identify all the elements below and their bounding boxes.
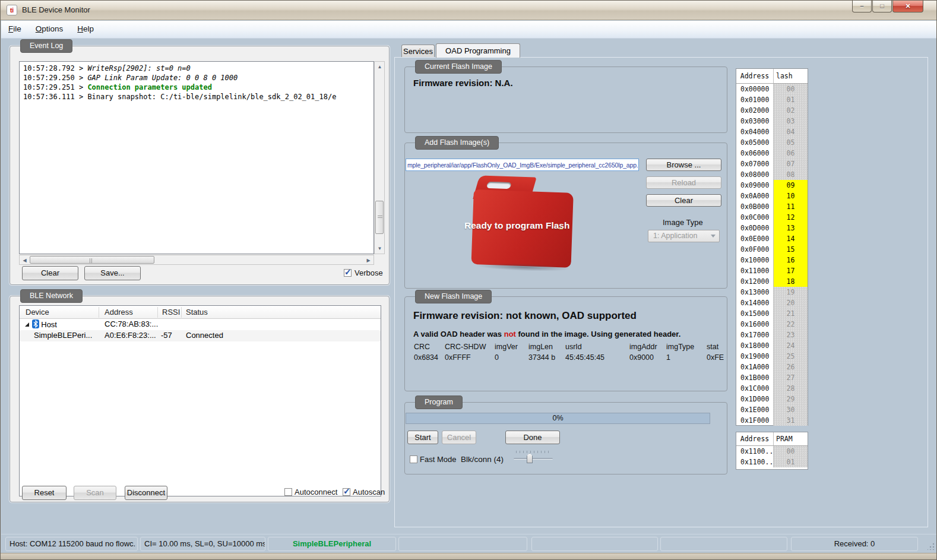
event-log-vscrollbar[interactable]: ▲ ▼ [374,61,385,254]
window-frame-bottom [1,553,937,560]
event-log-hscrollbar[interactable]: ◀ ▶ [19,255,374,265]
field-value-stat: 0xFE [707,353,733,362]
flash-page-row: 0x0900009 [736,180,808,191]
field-value-imgAddr: 0x9000 [629,353,666,362]
flash-clear-button[interactable]: Clear [646,194,721,207]
event-log-view[interactable]: 10:57:28.792 > WriteRsp[2902]: st=0 n=01… [19,61,374,254]
blk-conn-label: Blk/conn (4) [461,455,504,464]
menu-help[interactable]: Help [70,21,101,39]
column-divider[interactable] [157,307,158,318]
page-number: 24 [773,340,808,351]
log-timestamp: 10:57:28.792 [23,64,75,72]
reload-button[interactable]: Reload [646,176,721,189]
autoscan-checkbox[interactable] [343,488,350,496]
slider-thumb[interactable] [527,453,533,463]
hscroll-thumb[interactable] [30,256,154,264]
fast-mode-checkbox[interactable] [410,455,417,463]
device-name: Host [41,320,57,329]
page-address: 0x17000 [736,330,773,340]
page-number: 19 [773,287,808,298]
autoconnect-checkbox[interactable] [284,488,292,496]
column-divider[interactable] [99,307,99,318]
slider-track[interactable] [514,458,553,460]
page-address: 0x09000 [736,180,773,191]
col-address[interactable]: Address [105,308,133,317]
tab-services[interactable]: Services [401,45,435,58]
log-line: 10:57:28.792 > WriteRsp[2902]: st=0 n=0 [23,64,373,73]
log-save-button[interactable]: Save... [84,266,141,280]
cancel-button[interactable]: Cancel [442,431,476,444]
col-status[interactable]: Status [186,308,208,317]
flash-page-row: 0x0400004 [736,126,808,137]
scroll-up-icon[interactable]: ▲ [375,62,384,71]
thumb-grip [90,258,92,263]
field-value-CRC-SHDW: 0xFFFF [445,353,495,362]
vscroll-thumb[interactable] [375,201,384,234]
blk-conn-slider[interactable] [514,451,553,464]
col-device[interactable]: Device [26,308,49,317]
flash-page-row: 0x1E00030 [736,404,808,415]
page-address: 0x08000 [736,169,773,180]
status-empty-1 [398,537,527,551]
reset-button[interactable]: Reset [22,486,67,500]
tab-oad-programming[interactable]: OAD Programming [436,43,520,58]
image-type-dropdown[interactable]: 1: Application [648,230,720,242]
start-button[interactable]: Start [407,431,438,444]
page-number: 06 [773,148,808,159]
field-value-CRC: 0x6834 [414,353,445,362]
minimize-icon: – [860,2,863,10]
page-address: 0x1100... [736,446,773,457]
ble-table-header[interactable]: Device Address RSSI Status [20,306,381,319]
cell-device[interactable]: SimpleBLEPeri... [34,331,92,340]
ble-device-row[interactable]: HostCC:78:AB:83:... [20,319,381,330]
resize-grip[interactable] [927,543,935,550]
verbose-checkbox[interactable] [344,269,352,277]
field-name-imgType: imgType [666,343,707,351]
scroll-right-icon[interactable]: ▶ [364,256,373,265]
flash-page-row: 0x0100001 [736,94,808,105]
flash-image-path-input[interactable] [406,159,639,171]
menu-options[interactable]: Options [29,21,71,39]
column-divider[interactable] [181,307,182,318]
page-address: 0x14000 [736,298,773,308]
cell-device[interactable]: Host [24,319,57,329]
scroll-left-icon[interactable]: ◀ [20,256,29,265]
ble-network-group-label: BLE Network [20,289,83,303]
browse-button[interactable]: Browse ... [646,159,721,171]
tree-expander-icon[interactable] [24,320,30,329]
ble-device-row[interactable]: SimpleBLEPeri...A0:E6:F8:23:...-57Connec… [20,330,381,341]
page-number: 20 [773,298,808,308]
close-button[interactable]: ✕ [892,1,923,12]
log-message: Connection parameters updated [87,83,212,91]
new-flash-group-label: New Flash Image [415,290,492,303]
menu-file[interactable]: File [1,21,29,39]
field-name-usrId: usrId [565,343,629,351]
pram-page-row: 0x1100...00 [736,446,808,457]
page-address: 0x0E000 [736,233,773,244]
page-address: 0x0D000 [736,223,773,233]
page-address: 0x16000 [736,319,773,330]
page-number: 23 [773,330,808,340]
program-group-label: Program [415,396,463,409]
image-type-value: 1: Application [653,232,697,240]
new-firmware-revision: Firmware revision: not known, OAD suppor… [413,310,637,322]
page-address: 0x1D000 [736,394,773,404]
device-name: SimpleBLEPeri... [34,331,92,340]
minimize-button[interactable]: – [852,1,872,12]
maximize-button[interactable]: □ [872,1,892,12]
field-name-CRC: CRC [414,343,445,351]
page-address: 0x03000 [736,116,773,126]
title-bar[interactable]: ti BLE Device Monitor – □ ✕ [1,1,937,20]
flash-page-row: 0x0700007 [736,159,808,169]
page-number: 28 [773,383,808,394]
scan-button[interactable]: Scan [74,486,116,500]
log-clear-button[interactable]: Clear [22,266,78,280]
scroll-down-icon[interactable]: ▼ [375,244,384,253]
page-address: 0x01000 [736,94,773,105]
field-value-usrId: 45:45:45:45 [565,353,629,362]
disconnect-button[interactable]: Disconnect [125,486,167,500]
autoscan-label: Autoscan [353,488,385,496]
col-rssi[interactable]: RSSI [162,308,180,317]
done-button[interactable]: Done [505,431,560,444]
col-flash-page: lash pag [773,69,808,83]
